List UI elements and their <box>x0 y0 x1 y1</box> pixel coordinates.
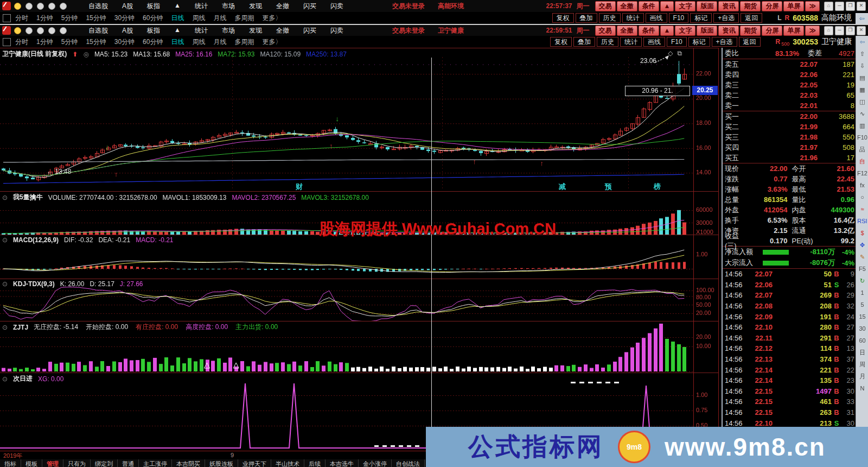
tick-row[interactable]: 14:56 22.13 374 B 37 <box>723 354 857 365</box>
dot-icon[interactable] <box>37 3 44 10</box>
period-tab[interactable]: 1分钟 <box>36 37 53 47</box>
period-tab[interactable]: 分时 <box>15 14 28 23</box>
toolbar-button[interactable]: ▲ <box>660 1 674 11</box>
strip-icon[interactable]: ○ <box>856 191 868 203</box>
toolbar-button[interactable]: 全撤 <box>617 26 637 36</box>
bottom-tab[interactable]: 管理 <box>42 459 63 467</box>
toolbar-button[interactable]: 条件 <box>639 1 659 11</box>
strip-icon[interactable]: ◫ <box>856 96 868 108</box>
hotkey-char[interactable]: 财 <box>296 182 303 192</box>
strip-icon[interactable]: F10 <box>856 131 868 143</box>
bottom-tab[interactable]: 业押天下 <box>238 459 271 467</box>
strip-icon[interactable]: ⇧ <box>856 48 868 60</box>
main-chart-pane[interactable]: 卫宁健康(日线 前复权) ⬆ ◎ MA5: 15.23MA13: 15.68MA… <box>0 48 719 192</box>
strip-icon[interactable]: ▤ <box>856 72 868 84</box>
toolbar-button[interactable]: 资讯 <box>718 26 739 36</box>
period-tab[interactable]: 月线 <box>213 37 226 47</box>
toolbar-button[interactable]: 分屏 <box>762 26 782 36</box>
chart-tool-button[interactable]: 统计 <box>620 37 642 47</box>
bottom-tab[interactable]: 模板 <box>21 459 42 467</box>
window-control-icon[interactable]: ❐ <box>846 2 855 11</box>
collapse-icon[interactable]: ⊙ <box>2 324 8 331</box>
menu-item[interactable]: ▲ <box>174 26 181 35</box>
tick-row[interactable]: 14:56 22.11 291 B 27 <box>723 333 857 344</box>
collapse-icon[interactable]: ⊙ <box>2 194 8 201</box>
collapse-icon[interactable]: ⊙ <box>2 280 8 288</box>
menu-item[interactable]: 全撤 <box>276 26 289 35</box>
toolbar-button[interactable]: ▲ <box>660 26 674 36</box>
period-tab[interactable]: 60分钟 <box>143 14 163 23</box>
period-tab[interactable]: 15分钟 <box>86 14 106 23</box>
window-control-icon[interactable]: ⌂ <box>824 26 833 35</box>
bottom-tab[interactable]: 绑定到 <box>91 459 118 467</box>
collapse-icon[interactable]: ⊙ <box>2 375 8 383</box>
chart-tool-button[interactable]: 标记 <box>690 13 712 23</box>
menu-item[interactable]: 自选股 <box>88 26 108 35</box>
toolbar-button[interactable]: 版面 <box>697 26 717 36</box>
toolbar-button[interactable]: 文字 <box>675 26 695 36</box>
tick-row[interactable]: 14:56 22.12 114 B 13 <box>723 343 857 354</box>
period-tab[interactable]: 月线 <box>213 14 226 23</box>
menu-item[interactable]: 市场 <box>222 26 235 35</box>
bid-row[interactable]: 买二 21.99 664 <box>723 122 857 132</box>
window-control-icon[interactable]: ✕ <box>857 26 866 35</box>
toolbar-button[interactable]: 交易 <box>595 1 616 11</box>
hotkey-char[interactable]: 榜 <box>654 182 661 192</box>
chart-tool-button[interactable]: 画线 <box>646 13 667 23</box>
window-control-icon[interactable]: ⌂ <box>824 2 833 11</box>
strip-icon[interactable]: 5 <box>856 299 868 311</box>
period-tab[interactable]: 30分钟 <box>114 14 135 23</box>
window-control-icon[interactable]: ✕ <box>857 2 866 11</box>
menu-item[interactable]: A股 <box>122 2 133 11</box>
menu-item[interactable]: 板指 <box>147 2 160 11</box>
menu-item[interactable]: 统计 <box>195 2 208 11</box>
tick-row[interactable]: 14:56 22.07 50 B 9 <box>723 269 857 280</box>
ask-row[interactable]: 卖一 22.01 8 <box>723 100 857 111</box>
bottom-tab[interactable]: 本吉选牛 <box>326 459 359 467</box>
period-tab[interactable]: 分时 <box>15 37 28 47</box>
tick-row[interactable]: 14:56 22.06 51 S 26 <box>723 280 857 291</box>
window-control-icon[interactable]: ❐ <box>846 26 855 35</box>
strip-icon[interactable]: 60 <box>856 335 868 346</box>
strip-icon[interactable]: ▦ <box>856 84 868 96</box>
period-tab[interactable]: 更多〉 <box>262 37 282 47</box>
bottom-tab[interactable]: 金小涨停 <box>359 459 392 467</box>
bid-row[interactable]: 买四 21.97 508 <box>723 142 857 153</box>
tick-row[interactable]: 14:56 22.09 191 B 24 <box>723 311 857 322</box>
strip-icon[interactable]: $ <box>856 227 868 239</box>
chart-tool-button[interactable]: 复权 <box>550 37 572 47</box>
collapse-icon[interactable]: ◎ <box>83 51 88 58</box>
chart-tool-button[interactable]: 标记 <box>688 37 710 47</box>
ask-row[interactable]: 卖二 22.03 65 <box>723 90 857 100</box>
strip-icon[interactable]: N <box>856 382 868 394</box>
menu-item[interactable]: 市场 <box>222 2 235 11</box>
period-tab[interactable]: 15分钟 <box>86 37 106 47</box>
strip-icon[interactable]: 月 <box>856 370 868 382</box>
tick-row[interactable]: 14:56 22.15 1497 B 30 <box>723 386 857 397</box>
bottom-tab[interactable]: 只有为 <box>63 459 91 467</box>
strip-icon[interactable]: ↻ <box>856 275 868 287</box>
toolbar-button[interactable]: 期货 <box>740 1 761 11</box>
macd-pane[interactable]: ⊙ MACD(12,26,9) DIF: -0.32DEA: -0.21MACD… <box>0 235 719 279</box>
bottom-tab[interactable]: 半山技术 <box>271 459 304 467</box>
strip-icon[interactable]: ✎ <box>856 251 868 263</box>
dot-icon[interactable] <box>14 27 21 34</box>
dot-icon[interactable] <box>48 27 55 34</box>
chart-tool-button[interactable]: F10 <box>669 13 689 23</box>
period-tab[interactable]: 周线 <box>192 14 205 23</box>
chart-tool-button[interactable]: 叠加 <box>576 13 597 23</box>
hotkey-char[interactable]: 减 <box>559 182 566 192</box>
bottom-tab[interactable]: 指标 <box>0 459 21 467</box>
period-tab[interactable]: 日线 <box>171 37 184 47</box>
chart-tool-button[interactable]: 返回 <box>739 37 761 47</box>
bottom-tab[interactable]: 普通 <box>118 459 139 467</box>
period-tab[interactable]: 日线 <box>171 14 184 23</box>
chart-tool-button[interactable]: 叠加 <box>573 37 595 47</box>
tick-row[interactable]: 14:56 22.15 263 B 31 <box>723 407 857 418</box>
menu-item[interactable]: 统计 <box>195 26 208 35</box>
kdj-pane[interactable]: ⊙ KDJ-TDX(9,3) K: 26.00D: 25.17J: 27.66 … <box>0 279 719 321</box>
toolbar-button[interactable]: 条件 <box>639 26 659 36</box>
strip-icon[interactable]: 1 <box>856 287 868 299</box>
toolbar-button[interactable]: ≫ <box>805 26 820 36</box>
strip-icon[interactable]: ⇦ <box>856 36 868 48</box>
